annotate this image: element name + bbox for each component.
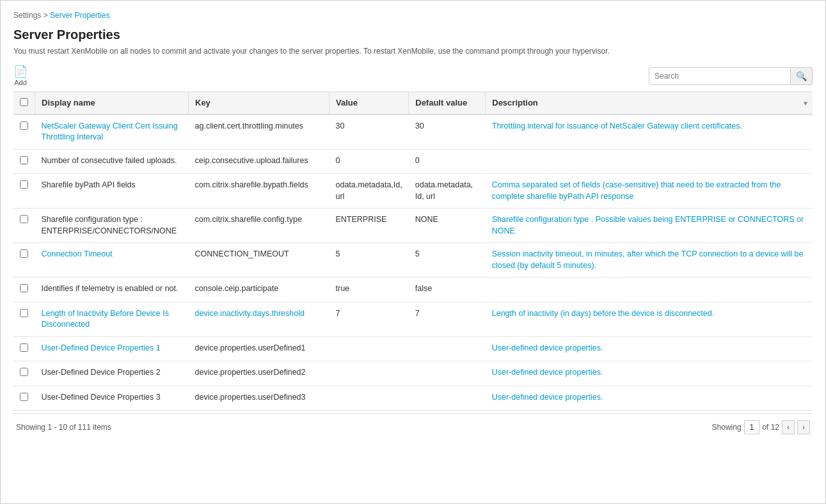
cell-value: 0: [330, 149, 409, 174]
cell-value: true: [330, 278, 409, 303]
cell-description: Session inactivity timeout, in minutes, …: [486, 243, 813, 278]
add-icon: 📄: [13, 66, 28, 77]
table-header-row: Display name Key Value Default value Des…: [13, 91, 813, 114]
page-wrapper: Settings > Server Properties Server Prop…: [1, 1, 825, 451]
breadcrumb-current[interactable]: Server Properties: [50, 11, 109, 20]
cell-default-value: [409, 361, 486, 386]
toolbar-left: 📄 Add: [13, 66, 28, 86]
row-checkbox[interactable]: [20, 180, 28, 189]
search-button[interactable]: 🔍: [790, 68, 812, 84]
display-name-link[interactable]: Length of Inactivity Before Device Is Di…: [42, 309, 169, 329]
toolbar: 📄 Add 🔍: [13, 66, 813, 86]
cell-description: Length of inactivity (in days) before th…: [486, 302, 813, 336]
header-display-name: Display name: [35, 91, 189, 114]
sort-icon: ▼: [802, 99, 809, 106]
display-name-link[interactable]: User-Defined Device Properties 1: [42, 343, 161, 352]
row-checkbox[interactable]: [20, 122, 28, 130]
cell-value: [330, 386, 409, 411]
row-checkbox-cell: [13, 386, 35, 411]
row-checkbox[interactable]: [20, 393, 28, 401]
showing-label: Showing: [16, 423, 45, 432]
select-all-checkbox[interactable]: [20, 98, 28, 106]
table-row: Number of consecutive failed uploads.cei…: [13, 149, 813, 174]
cell-display-name: Identifies if telemetry is enabled or no…: [35, 278, 189, 303]
cell-default-value: NONE: [409, 209, 486, 243]
table-row: User-Defined Device Properties 3device.p…: [13, 386, 813, 411]
cell-display-name: Sharefile byPath API fields: [35, 174, 189, 209]
current-page: 1: [744, 420, 760, 434]
row-checkbox-cell: [13, 149, 35, 174]
table-row: NetScaler Gateway Client Cert Issuing Th…: [13, 114, 813, 150]
cell-default-value: odata.metadata, Id, url: [409, 174, 486, 209]
table-row: Sharefile byPath API fieldscom.citrix.sh…: [13, 174, 813, 209]
display-name-link[interactable]: Connection Timeout: [42, 249, 113, 258]
row-checkbox-cell: [13, 278, 35, 303]
cell-display-name: NetScaler Gateway Client Cert Issuing Th…: [35, 114, 189, 150]
cell-value: odata.metadata,Id, url: [330, 174, 409, 209]
row-checkbox-cell: [13, 174, 35, 209]
cell-display-name: User-Defined Device Properties 1: [35, 336, 189, 361]
breadcrumb: Settings > Server Properties: [13, 11, 813, 20]
add-button[interactable]: 📄 Add: [13, 66, 28, 86]
cell-value: ENTERPRISE: [330, 209, 409, 243]
row-checkbox[interactable]: [20, 309, 28, 317]
of-label: of: [69, 423, 77, 432]
showing-info: Showing 1 - 10 of 111 items: [16, 423, 111, 432]
pagination: Showing 1 of 12 ‹ ›: [712, 420, 810, 434]
cell-key: device.properties.userDefined1: [189, 336, 330, 361]
cell-display-name: User-Defined Device Properties 3: [35, 386, 189, 411]
row-checkbox-cell: [13, 209, 35, 243]
prev-page-button[interactable]: ‹: [782, 420, 795, 434]
cell-value: 5: [330, 243, 409, 278]
cell-key: ag.client.cert.throttling.minutes: [189, 114, 330, 150]
cell-value: 7: [330, 302, 409, 336]
header-checkbox-cell: [13, 91, 35, 114]
row-checkbox[interactable]: [20, 368, 28, 376]
properties-table: Display name Key Value Default value Des…: [13, 91, 813, 411]
key-link[interactable]: device.inactivity.days.threshold: [195, 309, 305, 318]
cell-display-name: Sharefile configuration type : ENTERPRIS…: [35, 209, 189, 243]
cell-key: CONNECTION_TIMEOUT: [189, 243, 330, 278]
cell-key: device.properties.userDefined2: [189, 361, 330, 386]
row-checkbox-cell: [13, 361, 35, 386]
cell-description: Sharefile configuration type . Possible …: [486, 209, 813, 243]
row-checkbox-cell: [13, 336, 35, 361]
display-name-link[interactable]: NetScaler Gateway Client Cert Issuing Th…: [42, 122, 178, 142]
breadcrumb-separator: >: [44, 11, 50, 20]
row-checkbox-cell: [13, 302, 35, 336]
cell-description: Comma separated set of fields (case-sens…: [486, 174, 813, 209]
row-checkbox[interactable]: [20, 215, 28, 223]
cell-description: User-defined device properties.: [486, 336, 813, 361]
header-description[interactable]: Description ▼: [486, 91, 813, 114]
total-items: 111: [78, 423, 91, 432]
cell-default-value: 30: [409, 114, 486, 150]
cell-description: Throttling interval for issuance of NetS…: [486, 114, 813, 150]
add-label: Add: [14, 79, 27, 86]
cell-display-name: Connection Timeout: [35, 243, 189, 278]
row-checkbox[interactable]: [20, 249, 28, 258]
row-checkbox-cell: [13, 114, 35, 150]
cell-default-value: [409, 386, 486, 411]
table-row: Length of Inactivity Before Device Is Di…: [13, 302, 813, 336]
row-checkbox[interactable]: [20, 156, 28, 164]
header-key: Key: [189, 91, 330, 114]
search-box: 🔍: [649, 67, 813, 85]
items-label: items: [93, 423, 111, 432]
next-page-button[interactable]: ›: [797, 420, 810, 434]
search-icon: 🔍: [796, 71, 807, 81]
cell-default-value: 0: [409, 149, 486, 174]
header-default-value: Default value: [409, 91, 486, 114]
breadcrumb-parent: Settings: [13, 11, 41, 20]
cell-display-name: Length of Inactivity Before Device Is Di…: [35, 302, 189, 336]
cell-description: User-defined device properties.: [486, 361, 813, 386]
row-checkbox[interactable]: [20, 284, 28, 292]
table-row: Connection TimeoutCONNECTION_TIMEOUT55Se…: [13, 243, 813, 278]
cell-value: [330, 361, 409, 386]
cell-key: com.citrix.sharefile.bypath.fields: [189, 174, 330, 209]
search-input[interactable]: [649, 68, 790, 84]
header-value: Value: [330, 91, 409, 114]
row-checkbox[interactable]: [20, 343, 28, 352]
cell-description: [486, 149, 813, 174]
cell-description: User-defined device properties.: [486, 386, 813, 411]
range-end: 10: [59, 423, 67, 432]
